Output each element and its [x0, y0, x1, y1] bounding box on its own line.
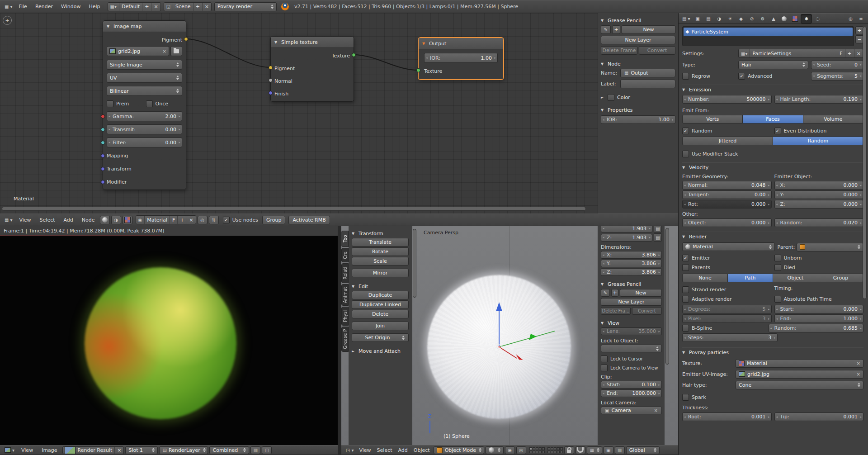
node-name-field[interactable]: ▦Output [620, 69, 675, 77]
hair-length-field[interactable]: Hair Length:0.190 [774, 95, 864, 104]
image-name[interactable]: Render Result [75, 447, 115, 454]
velocity-z-field[interactable]: Z:0.000 [774, 200, 864, 209]
random-checkbox[interactable]: Random [682, 127, 772, 135]
transmit-field[interactable]: Transmit:0.00 [107, 124, 182, 134]
scale-y-field[interactable]: 1.903 [601, 226, 652, 232]
pin-button[interactable]: ◎ [198, 216, 208, 224]
emitter-checkbox[interactable]: Emitter [682, 254, 772, 262]
velocity-tangent-field[interactable]: Tangent:0.00 [682, 190, 772, 199]
shader-type-world-button[interactable]: ◑ [111, 216, 121, 224]
modifier-input-socket[interactable] [101, 180, 105, 184]
color-enable-checkbox[interactable] [608, 94, 614, 101]
menu-view[interactable]: View [18, 446, 37, 454]
draw-pencil-button[interactable]: ✎ [601, 25, 611, 34]
node-image-map-header[interactable]: ▼ Image map [103, 21, 186, 32]
filter-input-socket[interactable] [101, 141, 105, 145]
toolshelf-scrollbar[interactable] [413, 229, 416, 298]
duplicate-linked-button[interactable]: Duplicate Linked [352, 300, 409, 309]
add-scene-button[interactable]: + [193, 3, 202, 11]
unlink-image-button[interactable]: × [114, 447, 123, 454]
root-field[interactable]: Root:0.001 [682, 412, 772, 421]
ior-field[interactable]: IOR:1.00 [424, 53, 498, 63]
activate-rmb-button[interactable]: Activate RMB [288, 216, 330, 224]
layers-widget[interactable] [529, 447, 563, 453]
rotate-button[interactable]: Rotate [352, 247, 409, 256]
shader-type-object-button[interactable] [100, 216, 110, 224]
mode-dropdown[interactable]: Object Mode [434, 446, 484, 454]
hair-type-dropdown[interactable]: Cone [736, 381, 863, 389]
menu-image[interactable]: Image [38, 446, 61, 454]
use-nodes-checkbox[interactable]: Use nodes [223, 217, 258, 223]
emitter-uv-image-field[interactable]: grid2.jpg× [736, 370, 863, 379]
segments-field[interactable]: Segments:5 [811, 72, 863, 81]
lock-to-cursor-checkbox[interactable]: Lock to Cursor [601, 355, 662, 362]
menu-add[interactable]: Add [60, 216, 77, 224]
link-texture[interactable] [353, 55, 418, 70]
velocity-normal-field[interactable]: Normal:0.048 [682, 181, 772, 190]
render-layer-dropdown[interactable]: ▤RenderLayer [159, 446, 208, 454]
edit-panel-header[interactable]: ▼Edit [352, 282, 409, 291]
editor-type-button[interactable]: ▾ [3, 447, 16, 453]
tab-constraints[interactable]: ⊘ [746, 14, 757, 23]
lock-camera-checkbox[interactable]: Lock Camera to View [601, 364, 662, 371]
emit-from-volume[interactable]: Volume [803, 115, 863, 123]
render-type-none[interactable]: None [682, 274, 728, 282]
path-random-field[interactable]: Random:0.685 [769, 324, 864, 332]
tab-tools[interactable]: Too [341, 231, 349, 247]
scene-selector[interactable]: ◱ Scene + × [164, 2, 212, 11]
menu-view[interactable]: View [357, 446, 373, 454]
tab-render-layers[interactable]: ▤ [703, 14, 713, 23]
fake-user-button[interactable]: F [170, 216, 177, 224]
image-datablock-selector[interactable]: Render Result × [62, 446, 124, 454]
unlink-image-icon[interactable]: × [857, 372, 860, 377]
finish-input-socket[interactable] [269, 91, 273, 95]
node-output[interactable]: ▼ Output IOR:1.00 Texture [418, 38, 504, 80]
join-button[interactable]: Join [352, 322, 409, 330]
render-type-object[interactable]: Object [773, 274, 818, 282]
render-engine-dropdown[interactable]: Povray render [214, 2, 277, 11]
toolshelf-expand-icon[interactable]: + [3, 16, 12, 25]
tab-relations[interactable]: Relati [341, 263, 349, 283]
grease-pencil-panel-header[interactable]: ▼Grease Pencil [601, 280, 662, 289]
node-editor-canvas[interactable]: ▼ Image map Pigment grid2.jpg × Single I… [0, 13, 598, 213]
add-material-button[interactable]: + [177, 216, 186, 224]
lens-field[interactable]: Lens:35.000 [601, 327, 662, 335]
link-pigment[interactable] [185, 39, 270, 67]
close-layout-button[interactable]: × [151, 3, 160, 11]
tab-physics[interactable]: Physi [341, 307, 349, 326]
spark-checkbox[interactable]: Spark [682, 393, 863, 401]
render-type-group[interactable]: Group [818, 274, 863, 282]
distribution-random[interactable]: Random [773, 137, 863, 145]
lock-to-object-field[interactable] [601, 345, 662, 352]
node-image-map[interactable]: ▼ Image map Pigment grid2.jpg × Single I… [103, 20, 186, 190]
particle-system-list-item[interactable]: ✱ ParticleSystem [684, 28, 853, 36]
duplicate-button[interactable]: Duplicate [352, 291, 409, 299]
add-pencil-button[interactable]: + [611, 289, 618, 297]
pivot-align-button[interactable]: ◎ [516, 446, 526, 454]
editor-type-button[interactable]: ▤▾ [680, 16, 692, 22]
grease-pencil-panel-header[interactable]: ▼Grease Pencil [601, 16, 675, 25]
pixel-field[interactable]: Pixel:3 [682, 314, 772, 323]
unlink-texture-icon[interactable]: × [857, 361, 860, 366]
pin-id-button[interactable]: ◎ [845, 14, 856, 23]
clip-end-field[interactable]: End:1000.000 [601, 389, 662, 397]
add-pencil-layer-button[interactable]: + [612, 25, 620, 34]
convert-button[interactable]: Convert [639, 46, 675, 55]
scale-button[interactable]: Scale [352, 257, 409, 265]
collapse-triangle-icon[interactable]: ▼ [422, 42, 426, 46]
emission-panel-header[interactable]: ▼Emission [682, 85, 863, 94]
menu-view[interactable]: View [15, 216, 34, 224]
emit-from-faces[interactable]: Faces [743, 115, 803, 123]
draw-pencil-button[interactable]: ✎ [601, 289, 610, 297]
horizontal-scrollbar[interactable] [2, 207, 586, 211]
copy-icon[interactable]: ▤ [654, 226, 662, 232]
render-pass-dropdown[interactable]: Combined [209, 446, 249, 454]
shading-dropdown[interactable] [486, 446, 504, 454]
adaptive-render-checkbox[interactable]: Adaptive render [682, 295, 772, 303]
scale-z-field[interactable]: Z:1.903 [601, 234, 652, 242]
seed-field[interactable]: Seed:0 [811, 61, 863, 69]
tab-world[interactable]: ☀ [725, 14, 735, 23]
shader-type-texture-button[interactable] [123, 216, 132, 224]
pivot-center-button[interactable]: ◉ [505, 446, 515, 454]
sidebar-scrollbar[interactable] [665, 228, 669, 365]
